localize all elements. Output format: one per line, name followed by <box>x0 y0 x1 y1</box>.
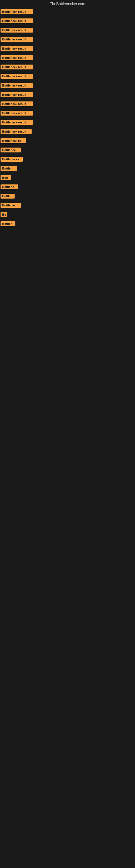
bottleneck-label: Bott <box>1 175 11 180</box>
bottleneck-label: Bottleneck r <box>1 157 23 162</box>
bottleneck-label: Bottleneck result <box>1 120 33 125</box>
bottleneck-label: Bottleneck result <box>1 101 33 106</box>
list-item: Bottleneck result <box>1 73 134 80</box>
list-item: Bottleneck result <box>1 9 134 16</box>
bottleneck-label: Bottleneck re <box>1 138 26 143</box>
list-item: Bottleneck result <box>1 45 134 53</box>
list-item: Bottleneck result <box>1 101 134 108</box>
list-item: Bottleneck result <box>1 110 134 117</box>
list-item: Bottleneck result <box>1 18 134 25</box>
list-item: Bottleneck result <box>1 129 134 135</box>
list-item: Bo <box>1 212 134 219</box>
list-item: Bottlenec <box>1 147 134 154</box>
site-title: TheBottlenecker.com <box>0 0 135 8</box>
bottleneck-label: Bottle <box>1 194 14 198</box>
bottleneck-label: Bottler <box>1 221 15 226</box>
list-item: Bottlen <box>1 165 134 173</box>
list-item: Bottleneck result <box>1 64 134 71</box>
bottleneck-label: Bottlen <box>1 166 17 171</box>
bottleneck-label: Bottleneck result <box>1 65 33 69</box>
list-item: Bottler <box>1 221 134 228</box>
bottleneck-label: Bottleneck result <box>1 129 32 134</box>
list-item: Bottleneck re <box>1 138 134 145</box>
list-item: Bottleneck result <box>1 27 134 34</box>
items-container: Bottleneck resultBottleneck resultBottle… <box>0 8 135 231</box>
bottleneck-label: Bottleneck result <box>1 55 33 60</box>
list-item: Bottleneck result <box>1 36 134 43</box>
bottleneck-label: Bottleneck result <box>1 111 33 116</box>
bottleneck-label: Bottleneck result <box>1 37 33 42</box>
list-item: Bottleneck result <box>1 119 134 126</box>
list-item: Bottlene <box>1 184 134 191</box>
bottleneck-label: Bottleneck result <box>1 46 33 51</box>
bottleneck-label: Bottlene <box>1 184 18 189</box>
list-item: Bottle <box>1 193 134 200</box>
bottleneck-label: Bottleneck result <box>1 28 33 33</box>
list-item: Bott <box>1 175 134 182</box>
bottleneck-label: Bottleneck result <box>1 74 33 79</box>
bottleneck-label: Bottlenec <box>1 203 21 208</box>
bottleneck-label: Bo <box>1 212 7 217</box>
list-item: Bottleneck result <box>1 55 134 62</box>
bottleneck-label: Bottlenec <box>1 148 21 152</box>
bottleneck-label: Bottleneck result <box>1 9 33 14</box>
list-item: Bottlenec <box>1 203 134 209</box>
bottleneck-label: Bottleneck result <box>1 92 33 97</box>
list-item: Bottleneck result <box>1 92 134 99</box>
bottleneck-label: Bottleneck result <box>1 19 33 23</box>
list-item: Bottleneck r <box>1 156 134 163</box>
list-item: Bottleneck result <box>1 83 134 90</box>
bottleneck-label: Bottleneck result <box>1 83 33 88</box>
